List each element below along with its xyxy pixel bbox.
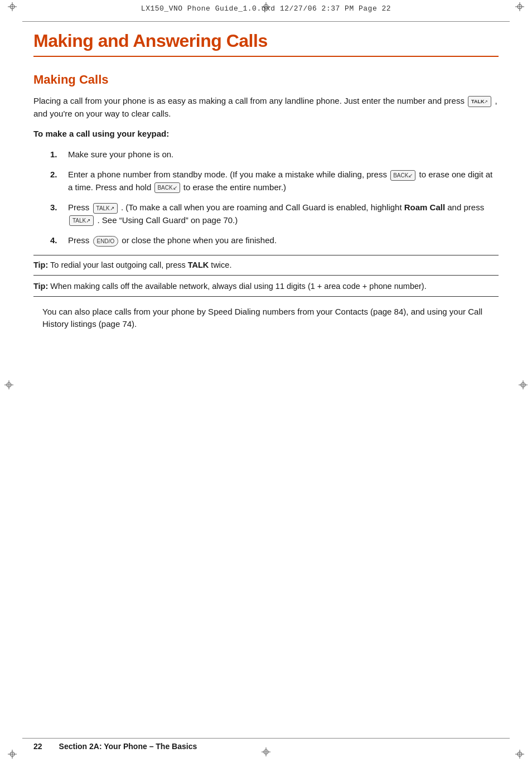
steps-list: 1. Make sure your phone is on. 2. Enter … — [50, 148, 499, 247]
reg-mark-bottom-right — [515, 750, 524, 759]
list-item: 3. Press TALK↗ . (To make a call when yo… — [50, 201, 499, 226]
list-item: 4. Press END/O or close the phone when y… — [50, 234, 499, 247]
tip2-label: Tip: — [33, 282, 48, 291]
step-content-1: Make sure your phone is on. — [68, 148, 499, 161]
step2-text3: to erase the entire number.) — [183, 182, 286, 192]
step-content-2: Enter a phone number from standby mode. … — [68, 168, 499, 194]
footer: 22 Section 2A: Your Phone – The Basics — [33, 742, 499, 751]
tip1-text2: twice. — [211, 260, 231, 269]
title-underline — [33, 56, 499, 57]
step3-text3: and press — [447, 202, 484, 212]
list-item: 2. Enter a phone number from standby mod… — [50, 168, 499, 194]
step-number-1: 1. — [50, 148, 68, 161]
crop-mark-right — [519, 380, 528, 392]
page-title-section: Making and Answering Calls — [33, 31, 499, 57]
step-number-4: 4. — [50, 234, 68, 247]
step3-text4: . See “Using Call Guard” on page 70.) — [97, 215, 238, 225]
step3-text2: . (To make a call when you are roaming a… — [121, 202, 404, 212]
back-key-icon: BACK↙ — [390, 170, 415, 181]
tip1-talk-bold: TALK — [188, 260, 209, 269]
header-text: LX150_VNO Phone Guide_1.0.qxd 12/27/06 2… — [141, 4, 391, 13]
page-container: LX150_VNO Phone Guide_1.0.qxd 12/27/06 2… — [0, 0, 532, 772]
end-key-icon: END/O — [93, 236, 119, 247]
step-number-3: 3. — [50, 201, 68, 226]
header-bar: LX150_VNO Phone Guide_1.0.qxd 12/27/06 2… — [0, 4, 532, 13]
intro-text-1: Placing a call from your phone is as eas… — [33, 96, 465, 105]
step-content-3: Press TALK↗ . (To make a call when you a… — [68, 201, 499, 226]
intro-paragraph: Placing a call from your phone is as eas… — [33, 95, 499, 120]
keypad-label: To make a call using your keypad: — [33, 128, 499, 141]
top-rule — [22, 21, 510, 22]
list-item: 1. Make sure your phone is on. — [50, 148, 499, 161]
tip2-text-content: When making calls off the available netw… — [50, 282, 426, 291]
section-heading: Making Calls — [33, 73, 499, 87]
main-content: Making and Answering Calls Making Calls … — [33, 31, 499, 727]
step4-press: Press — [68, 235, 92, 245]
back-key-icon-2: BACK↙ — [154, 182, 180, 193]
step4-text2: or close the phone when you are finished… — [122, 235, 277, 245]
bottom-rule — [22, 738, 510, 739]
note-text: You can also place calls from your phone… — [42, 307, 482, 329]
reg-mark-bottom-left — [8, 750, 17, 759]
step-number-2: 2. — [50, 168, 68, 194]
tip-box-1: Tip: To redial your last outgoing call, … — [33, 255, 499, 276]
step3-press: Press — [68, 202, 92, 212]
page-title: Making and Answering Calls — [33, 31, 499, 51]
footer-page-number: 22 — [33, 742, 42, 751]
note-box: You can also place calls from your phone… — [33, 300, 499, 336]
tip1-label: Tip: — [33, 260, 48, 269]
step-content-4: Press END/O or close the phone when you … — [68, 234, 499, 247]
talk-key-icon-step3b: TALK↗ — [69, 215, 94, 226]
keypad-label-text: To make a call using your keypad: — [33, 129, 169, 138]
talk-key-icon-intro: TALK↗ — [468, 96, 491, 107]
crop-mark-left — [4, 380, 13, 392]
tip1-text: To redial your last outgoing call, press — [50, 260, 188, 269]
tip-box-2: Tip: When making calls off the available… — [33, 277, 499, 297]
roam-call-bold: Roam Call — [404, 202, 445, 212]
talk-key-icon-step3: TALK↗ — [93, 203, 118, 214]
footer-section-text: Section 2A: Your Phone – The Basics — [59, 742, 197, 751]
